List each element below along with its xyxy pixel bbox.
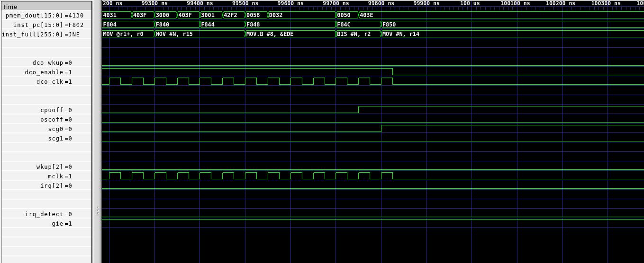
signal-name: inst_pc[15:0]: [1, 20, 63, 30]
bus-value-label: 3001: [201, 12, 214, 18]
pane-splitter[interactable]: [92, 0, 102, 263]
signal-value: =0: [64, 134, 72, 143]
signal-value: =1: [64, 172, 72, 181]
signal-name-row[interactable]: dco_wkup=0: [1, 58, 91, 67]
signal-value: =0: [64, 181, 72, 191]
timeline-left-clip: [102, 1, 103, 6]
timeline-label: 99600 ns: [278, 0, 304, 7]
timeline-label: 100100 ns: [500, 0, 530, 7]
signal-value: =0: [64, 58, 72, 68]
signal-value: =0: [64, 124, 72, 134]
row-background: [1, 228, 91, 237]
signal-name-row[interactable]: wkup[2]=0: [1, 162, 91, 171]
timeline-label: 99400 ns: [187, 0, 213, 7]
timeline-label: 99900 ns: [414, 0, 440, 7]
bus-value-label: 4031: [103, 12, 116, 18]
signal-name-row[interactable]: pmem_dout[15:0]=4130: [1, 10, 91, 20]
signal-name-row-blank[interactable]: [1, 48, 91, 58]
signal-value: =0: [64, 105, 72, 115]
bus-value-label: 403E: [360, 12, 373, 18]
bus-value-label: MOV #N, r15: [156, 31, 193, 37]
timeline-label: 99800 ns: [368, 0, 394, 7]
row-background: [1, 143, 91, 151]
signal-name-row-blank[interactable]: [1, 237, 91, 247]
signal-name-row[interactable]: gie=1: [1, 219, 91, 228]
signal-name-row-blank[interactable]: [1, 143, 91, 152]
signal-value: =4130: [64, 11, 84, 20]
timeline-label: 100300 ns: [591, 0, 621, 7]
signal-name-row-blank[interactable]: [1, 200, 91, 209]
names-header[interactable]: Time: [1, 1, 91, 11]
splitter-grip-dot: [97, 212, 99, 214]
bus-value-label: F844: [201, 21, 214, 28]
bus-value-label: F84C: [337, 21, 350, 28]
signal-names-panel: pmem_dout[15:0]=4130inst_pc[15:0]=F802in…: [1, 1, 92, 263]
bus-value-label: F804: [103, 21, 116, 28]
signal-name-row-blank[interactable]: [1, 39, 91, 48]
bus-value-label: 3000: [156, 12, 169, 18]
signal-name-row-blank[interactable]: [1, 190, 91, 200]
timeline-label: 99200 ns: [102, 0, 122, 7]
signal-value: =1: [64, 219, 72, 228]
signal-name: inst_full[255:0]: [1, 30, 63, 39]
bus-value-label: 0050: [337, 12, 350, 18]
signal-name-row[interactable]: dco_clk=1: [1, 77, 91, 86]
bus-value-label: MOV @r1+, r0: [103, 31, 143, 37]
signal-value: =1: [64, 68, 72, 77]
signal-name: gie: [1, 219, 63, 228]
signal-name-row[interactable]: irq_detect=0: [1, 209, 91, 219]
signal-value: =0: [64, 210, 72, 219]
signal-names-list: pmem_dout[15:0]=4130inst_pc[15:0]=F802in…: [1, 10, 91, 263]
row-background: [1, 86, 91, 95]
signal-name-row[interactable]: oscoff=0: [1, 114, 91, 124]
row-background: [1, 247, 91, 255]
row-background: [1, 48, 91, 57]
gtkwave-window: pmem_dout[15:0]=4130inst_pc[15:0]=F802in…: [0, 0, 644, 263]
signal-name-row[interactable]: inst_pc[15:0]=F802: [1, 20, 91, 29]
signal-name: dco_wkup: [1, 58, 63, 68]
signal-name-row-blank[interactable]: [1, 152, 91, 162]
signal-name: mclk: [1, 172, 63, 181]
signal-name: cpuoff: [1, 105, 63, 115]
bus-value-label: 403F: [179, 12, 192, 18]
signal-name-row[interactable]: irq[2]=0: [1, 181, 91, 190]
bus-value-label: MOV.B #8, &EDE: [246, 31, 293, 37]
bus-value-label: F848: [246, 21, 260, 28]
row-background: [1, 39, 91, 47]
signal-name: scg0: [1, 124, 63, 134]
signal-name: oscoff: [1, 115, 63, 124]
timeline-label: 100200 ns: [546, 0, 575, 7]
signal-name-row-blank[interactable]: [1, 256, 91, 263]
timeline-label: 100400 ns: [636, 0, 644, 7]
signal-name-row[interactable]: inst_full[255:0]=JNE: [1, 29, 91, 39]
signal-value: =JNE: [64, 30, 80, 39]
timeline-label: 99300 ns: [142, 0, 168, 7]
signal-name: irq[2]: [1, 181, 63, 191]
signal-name: wkup[2]: [1, 162, 63, 172]
bus-value-label: D032: [269, 12, 282, 18]
signal-name-row[interactable]: cpuoff=0: [1, 105, 91, 114]
bus-value-label: MOV #N, r14: [382, 31, 419, 37]
signal-name-row[interactable]: scg0=0: [1, 124, 91, 133]
bus-value-label: 0058: [246, 12, 260, 18]
signal-name-row-blank[interactable]: [1, 228, 91, 237]
row-background: [1, 152, 91, 161]
signal-name-row-blank[interactable]: [1, 96, 91, 105]
row-background: [1, 190, 91, 199]
waveform-canvas[interactable]: 99200 ns99300 ns99400 ns99500 ns99600 ns…: [102, 0, 644, 263]
signal-name: pmem_dout[15:0]: [1, 11, 63, 20]
signal-name-row[interactable]: mclk=1: [1, 171, 91, 181]
signal-name-row-blank[interactable]: [1, 247, 91, 256]
signal-name: scg1: [1, 134, 63, 143]
signal-name: dco_enable: [1, 68, 63, 77]
timeline-label: 99500 ns: [232, 0, 258, 7]
names-header-label: Time: [3, 4, 18, 10]
bus-value-label: BIS #N, r2: [337, 31, 371, 37]
signal-value: =F802: [64, 20, 84, 30]
signal-name-row[interactable]: scg1=0: [1, 133, 91, 143]
bus-value-label: 403F: [133, 12, 146, 18]
bus-value-label: 42F2: [224, 12, 237, 18]
wave-panel[interactable]: 99200 ns99300 ns99400 ns99500 ns99600 ns…: [102, 0, 644, 263]
signal-name-row[interactable]: dco_enable=1: [1, 67, 91, 77]
signal-name-row-blank[interactable]: [1, 86, 91, 96]
